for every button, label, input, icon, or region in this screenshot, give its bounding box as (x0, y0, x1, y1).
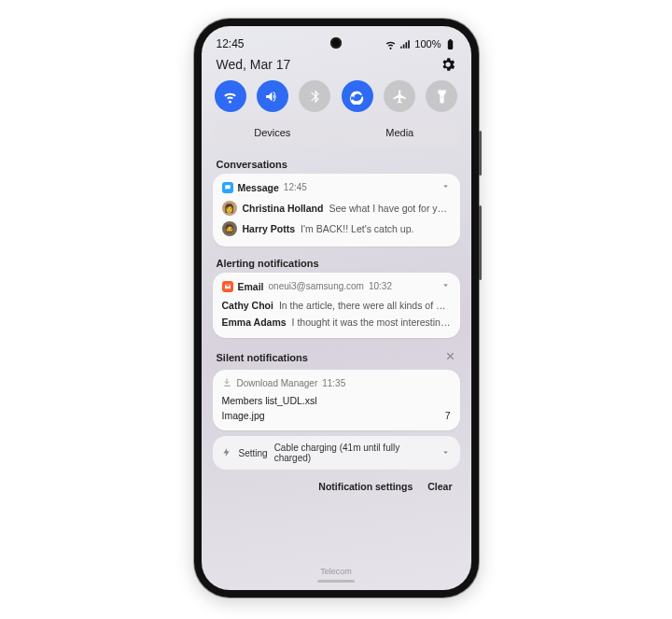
qs-sound-toggle[interactable] (257, 80, 288, 112)
message-app-icon (222, 182, 233, 193)
date-row: Wed, Mar 17 (211, 52, 462, 78)
sound-icon (264, 89, 280, 105)
setting-text: Cable charging (41m until fully charged) (274, 443, 434, 463)
signal-status-icon (399, 38, 412, 50)
media-button[interactable]: Media (340, 120, 460, 146)
bluetooth-icon (307, 89, 323, 105)
silent-header: Silent notifications (211, 344, 462, 370)
flashlight-icon (434, 89, 450, 105)
message-preview: I'm BACK!! Let's catch up. (301, 223, 413, 234)
wifi-status-icon (385, 38, 397, 50)
qs-bluetooth-toggle[interactable] (299, 80, 330, 112)
media-label: Media (385, 127, 413, 138)
sender-name: Christina Holland (243, 203, 324, 214)
sender-name: Cathy Choi (222, 300, 273, 311)
email-row[interactable]: Emma Adams I thought it was the most int… (222, 314, 451, 331)
chevron-down-icon (441, 181, 451, 191)
qs-wifi-toggle[interactable] (215, 80, 246, 112)
settings-gear-icon[interactable] (440, 56, 456, 73)
qs-flashlight-toggle[interactable] (426, 80, 457, 112)
email-app-icon (222, 281, 233, 292)
rotate-icon (349, 89, 365, 105)
airplane-icon (392, 89, 408, 105)
status-time: 12:45 (217, 37, 245, 50)
file-name: Image.jpg (222, 410, 265, 421)
chevron-down-icon (441, 280, 451, 290)
email-preview: In the article, there were all kinds of … (279, 300, 451, 311)
date-label: Wed, Mar 17 (217, 57, 291, 72)
file-name: Members list_UDL.xsl (222, 395, 317, 406)
message-time: 12:45 (284, 182, 307, 192)
chevron-down-icon (441, 447, 451, 457)
close-icon (444, 350, 456, 362)
conversation-row[interactable]: 🧔 Harry Potts I'm BACK!! Let's catch up. (222, 218, 451, 239)
sender-name: Emma Adams (222, 317, 287, 328)
email-time: 10:32 (369, 281, 392, 291)
email-row[interactable]: Cathy Choi In the article, there were al… (222, 297, 451, 314)
expand-setting[interactable] (441, 447, 451, 459)
wifi-icon (222, 89, 238, 105)
notification-settings-button[interactable]: Notification settings (318, 481, 413, 492)
dismiss-silent[interactable] (444, 349, 456, 366)
expand-conversations[interactable] (441, 181, 451, 193)
clear-button[interactable]: Clear (427, 481, 452, 492)
download-icon (222, 377, 232, 389)
message-preview: See what I have got for you. (329, 203, 450, 214)
devices-media-row: Devices Media (211, 120, 462, 153)
avatar: 🧔 (222, 221, 237, 236)
phone-frame: 12:45 100% Wed, Mar 17 (194, 19, 479, 598)
nav-handle[interactable] (317, 580, 355, 583)
sender-name: Harry Potts (243, 223, 296, 234)
status-right: 100% (385, 38, 455, 50)
conversations-card[interactable]: Message 12:45 👩 Christina Holland See wh… (213, 174, 460, 246)
conversation-row[interactable]: 👩 Christina Holland See what I have got … (222, 198, 451, 218)
qs-airplane-toggle[interactable] (384, 80, 415, 112)
qs-rotate-toggle[interactable] (342, 80, 373, 112)
devices-label: Devices (254, 127, 290, 138)
side-button-2 (479, 205, 482, 280)
setting-label: Setting (239, 448, 268, 458)
email-account: oneui3@samsung.com (269, 281, 364, 291)
download-app-name: Download Manager (237, 378, 318, 388)
expand-email[interactable] (441, 280, 451, 292)
bolt-icon (222, 447, 232, 459)
bottom-actions: Notification settings Clear (211, 473, 462, 499)
alerting-heading: Alerting notifications (211, 252, 462, 273)
email-card[interactable]: Email oneui3@samsung.com 10:32 Cathy Cho… (213, 273, 460, 338)
side-button-1 (479, 131, 482, 176)
quick-settings-row (211, 78, 462, 120)
email-app-name: Email (238, 281, 264, 292)
conversations-heading: Conversations (211, 153, 462, 174)
message-app-name: Message (238, 182, 279, 193)
avatar: 👩 (222, 201, 237, 216)
silent-heading: Silent notifications (217, 352, 308, 363)
front-camera (330, 37, 342, 49)
screen: 12:45 100% Wed, Mar 17 (202, 26, 471, 590)
download-time: 11:35 (322, 378, 345, 388)
devices-button[interactable]: Devices (213, 120, 333, 146)
battery-status-icon (444, 38, 456, 50)
file-count: 7 (445, 410, 451, 421)
charging-card[interactable]: Setting Cable charging (41m until fully … (213, 436, 460, 470)
battery-percent: 100% (414, 38, 441, 49)
email-preview: I thought it was the most interesting th… (292, 317, 451, 328)
carrier-label: Telecom (211, 561, 462, 578)
file-row[interactable]: Members list_UDL.xsl (222, 393, 451, 408)
download-card[interactable]: Download Manager 11:35 Members list_UDL.… (213, 370, 460, 430)
file-row[interactable]: Image.jpg 7 (222, 408, 451, 423)
